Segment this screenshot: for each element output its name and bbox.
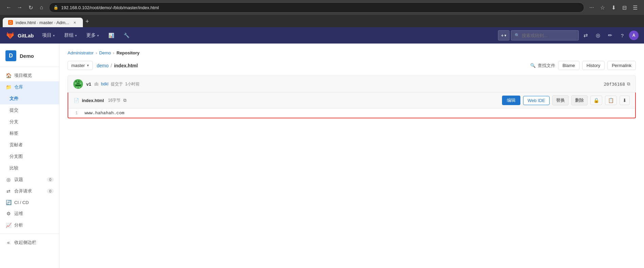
nav-projects[interactable]: 项目 ▾ — [38, 30, 59, 40]
merge-request-icon-button[interactable]: ⇄ — [580, 30, 591, 41]
tab-title: index.html · master · Adm... — [16, 20, 69, 25]
back-button[interactable]: ← — [4, 3, 14, 12]
chevron-down-icon: ▾ — [75, 34, 77, 37]
lock-button[interactable]: 🔒 — [590, 96, 602, 105]
file-edit-actions: 编辑 Web IDE 替换 删除 🔒 📋 ⬇ — [502, 95, 630, 105]
commit-author-link[interactable]: bdkl — [101, 82, 108, 86]
bookmark-button[interactable]: ☆ — [598, 3, 607, 12]
file-nav-row: master ▾ demo / index.html 🔍 查找文件 Blame … — [68, 61, 636, 70]
branch-selector[interactable]: master ▾ — [68, 61, 93, 70]
nav-snippets[interactable]: 🔧 — [120, 31, 133, 40]
sidebar-item-operations[interactable]: ⚙ 运维 — [0, 208, 59, 219]
delete-button[interactable]: 删除 — [571, 95, 588, 105]
sidebar-label-analytics: 分析 — [14, 222, 23, 228]
search-icon: 🔍 — [530, 63, 536, 68]
breadcrumb-administrator[interactable]: Administrator — [68, 50, 94, 55]
path-filename: index.html — [114, 63, 138, 68]
sidebar-item-graph[interactable]: 分支图 — [0, 151, 59, 162]
sidebar-label-operations: 运维 — [14, 211, 23, 217]
sidebar-item-compare[interactable]: 比较 — [0, 162, 59, 174]
refresh-button[interactable]: ↻ — [26, 3, 35, 12]
active-tab[interactable]: G index.html · master · Adm... ✕ — [3, 18, 83, 27]
sidebar-label-repository: 仓库 — [14, 84, 23, 90]
download-file-button[interactable]: ⬇ — [620, 96, 630, 105]
issues-icon-button[interactable]: ◎ — [592, 30, 603, 41]
sidebar-label-branches: 分支 — [10, 119, 18, 125]
sidebar-item-repository[interactable]: 📁 仓库 — [0, 81, 59, 93]
sidebar-toggle-button[interactable]: ⊟ — [620, 3, 629, 12]
svg-rect-6 — [75, 85, 81, 86]
replace-button[interactable]: 替换 — [552, 95, 569, 105]
search-box[interactable]: 🔍 — [511, 30, 579, 40]
new-item-button[interactable]: + ▾ — [498, 30, 509, 40]
merge-requests-count: 0 — [47, 189, 54, 194]
edit-icon-button[interactable]: ✏ — [605, 30, 615, 41]
more-button[interactable]: ··· — [587, 3, 596, 12]
nav-activity[interactable]: 📊 — [104, 31, 118, 40]
chevron-down-icon: ▾ — [53, 34, 55, 37]
raw-button[interactable]: 📋 — [605, 96, 617, 105]
sidebar-bottom: « 收起侧边栏 — [0, 234, 59, 248]
file-size-label: 16字节 — [108, 98, 121, 103]
history-button[interactable]: History — [582, 61, 605, 70]
line-code-1: www.hahahah.com — [82, 109, 127, 117]
lock-icon: 🔒 — [53, 5, 58, 10]
forward-button[interactable]: → — [15, 3, 24, 12]
browser-nav-buttons: ← → ↻ ⌂ — [4, 3, 46, 12]
edit-button[interactable]: 编辑 — [502, 96, 520, 105]
project-avatar: D — [5, 50, 16, 61]
nav-more[interactable]: 更多 ▾ — [82, 30, 103, 40]
sidebar-label-cicd: CI / CD — [14, 200, 29, 205]
tab-bar: G index.html · master · Adm... ✕ + — [0, 15, 644, 27]
sidebar-item-issues[interactable]: ◎ 议题 0 — [0, 174, 59, 185]
file-content-header: 📄 index.html 16字节 ⧉ 编辑 Web IDE 替换 删除 🔒 📋… — [68, 93, 635, 108]
copy-hash-button[interactable]: ⧉ — [627, 81, 630, 87]
tab-close-button[interactable]: ✕ — [72, 20, 77, 25]
gitlab-logo[interactable]: GitLab — [5, 31, 34, 40]
sidebar-label-commits: 提交 — [10, 107, 18, 113]
main-layout: D Demo 🏠 项目概览 📁 仓库 文件 提交 分支 标签 贡献者 分支图 — [0, 44, 644, 268]
sidebar-item-branches[interactable]: 分支 — [0, 116, 59, 128]
user-avatar-button[interactable]: A — [629, 31, 639, 40]
file-header-actions: 🔍 查找文件 Blame History Permalink — [530, 61, 636, 70]
svg-rect-3 — [75, 83, 76, 84]
path-separator: / — [111, 63, 112, 68]
gitlab-navbar: GitLab 项目 ▾ 群组 ▾ 更多 ▾ 📊 🔧 + ▾ 🔍 ⇄ ◎ ✏ ? … — [0, 27, 644, 44]
sidebar-item-overview[interactable]: 🏠 项目概览 — [0, 70, 59, 81]
menu-button[interactable]: ☰ — [630, 3, 640, 12]
sidebar-collapse-button[interactable]: « 收起侧边栏 — [0, 237, 59, 248]
find-file-button[interactable]: 🔍 查找文件 — [530, 63, 555, 69]
sidebar-item-tags[interactable]: 标签 — [0, 128, 59, 139]
breadcrumb-demo[interactable]: Demo — [99, 50, 111, 55]
issues-count: 0 — [47, 177, 54, 182]
permalink-button[interactable]: Permalink — [607, 61, 636, 70]
search-input[interactable] — [522, 33, 575, 38]
blame-button[interactable]: Blame — [558, 61, 579, 70]
code-content: 1 www.hahahah.com — [68, 108, 635, 118]
sidebar-item-commits[interactable]: 提交 — [0, 104, 59, 116]
sidebar-item-contributors[interactable]: 贡献者 — [0, 139, 59, 151]
new-tab-button[interactable]: + — [83, 17, 92, 27]
commit-row: v1 由 bdkl 提交于 1小时前 20f36168 ⧉ — [68, 76, 636, 93]
line-number-1: 1 — [68, 110, 82, 117]
nav-groups[interactable]: 群组 ▾ — [60, 30, 81, 40]
sidebar-item-merge-requests[interactable]: ⇄ 合并请求 0 — [0, 185, 59, 197]
address-bar[interactable]: 🔒 192.168.0.102/root/demo/-/blob/master/… — [49, 2, 584, 13]
sidebar-label-files: 文件 — [10, 96, 18, 102]
svg-rect-4 — [77, 83, 79, 84]
download-button[interactable]: ⬇ — [609, 3, 618, 12]
sidebar-label-graph: 分支图 — [10, 153, 23, 160]
web-ide-button[interactable]: Web IDE — [523, 96, 550, 105]
help-icon-button[interactable]: ? — [617, 30, 628, 41]
svg-rect-8 — [79, 87, 80, 88]
browser-actions: ··· ☆ ⬇ ⊟ ☰ — [587, 3, 640, 12]
home-button[interactable]: ⌂ — [37, 3, 46, 12]
sidebar-item-files[interactable]: 文件 — [0, 93, 59, 104]
operations-icon: ⚙ — [5, 211, 12, 216]
sidebar-item-analytics[interactable]: 📈 分析 — [0, 219, 59, 231]
sidebar-item-cicd[interactable]: 🔄 CI / CD — [0, 197, 59, 208]
sidebar: D Demo 🏠 项目概览 📁 仓库 文件 提交 分支 标签 贡献者 分支图 — [0, 44, 59, 268]
copy-file-button[interactable]: ⧉ — [123, 98, 126, 103]
path-demo[interactable]: demo — [97, 63, 109, 68]
home-icon: 🏠 — [5, 73, 12, 78]
